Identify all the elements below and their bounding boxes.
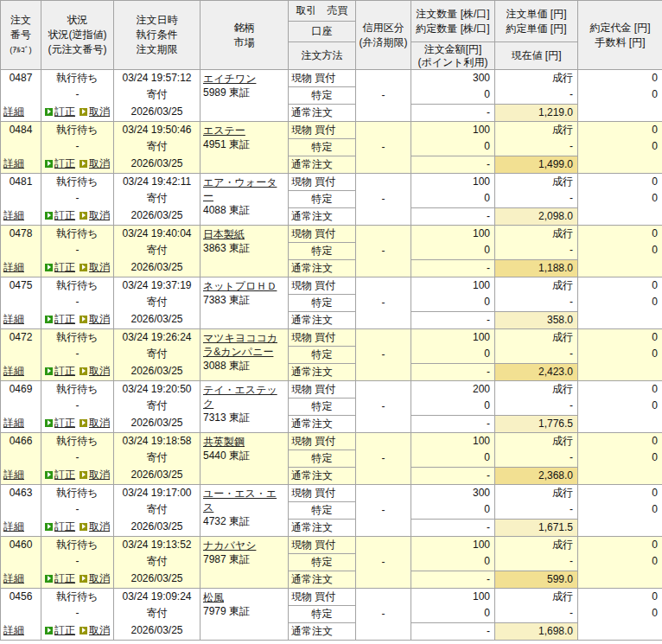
cancel-link[interactable]: 取消	[80, 467, 110, 483]
cancel-icon[interactable]	[80, 367, 87, 375]
cancel-icon[interactable]	[80, 212, 87, 220]
header-trade: 取引 売買	[288, 0, 355, 21]
quantity-cell: 300 0	[411, 69, 494, 104]
header-price: 注文単価 [円] 約定単価 [円]	[494, 0, 577, 41]
cancel-link[interactable]: 取消	[80, 415, 110, 431]
modify-link[interactable]: 訂正	[45, 104, 75, 120]
orders-body: 0487 詳細 執行待ち - 訂正 取消 03/24 19:57:12 寄付 2…	[0, 69, 662, 640]
cancel-icon[interactable]	[80, 575, 87, 583]
cancel-icon[interactable]	[80, 160, 87, 168]
exec-quantity: 0	[411, 450, 494, 466]
status-text: 執行待ち	[41, 433, 113, 450]
cancel-icon[interactable]	[80, 471, 87, 479]
modify-icon[interactable]	[45, 316, 53, 323]
detail-link[interactable]: 詳細	[3, 467, 24, 483]
stock-link[interactable]: エア・ウォーター	[203, 176, 277, 202]
modify-link[interactable]: 訂正	[45, 259, 75, 276]
exec-condition: 寄付	[114, 501, 200, 518]
modify-link[interactable]: 訂正	[45, 571, 75, 587]
modify-link[interactable]: 訂正	[45, 207, 75, 224]
modify-icon[interactable]	[45, 264, 53, 271]
detail-link[interactable]: 詳細	[3, 311, 24, 328]
status-text: 執行待ち	[41, 485, 113, 501]
stock-link[interactable]: エイチワン	[203, 73, 256, 85]
total-cell: 0 0	[577, 380, 662, 432]
stock-link[interactable]: ネットプロＨＤ	[203, 280, 277, 292]
status-cell: 執行待ち - 訂正 取消	[41, 121, 113, 173]
trade-cell: 現物 買付	[288, 121, 355, 138]
detail-link[interactable]: 詳細	[3, 571, 24, 587]
detail-link[interactable]: 詳細	[3, 259, 24, 276]
order-amount-cell: -	[411, 259, 494, 277]
stock-link[interactable]: ユー・エス・エス	[203, 488, 277, 513]
order-amount-cell: -	[411, 467, 494, 484]
modify-icon[interactable]	[45, 575, 53, 583]
order-deadline: 2026/03/25	[114, 156, 200, 172]
order-deadline: 2026/03/25	[114, 622, 200, 639]
trade-cell: 現物 買付	[288, 432, 355, 450]
margin-cell: -	[355, 173, 411, 225]
detail-link[interactable]: 詳細	[3, 415, 24, 431]
order-datetime: 03/24 19:42:11	[114, 174, 200, 190]
status-cell: 執行待ち - 訂正 取消	[41, 432, 113, 484]
stock-link[interactable]: マツキヨココカラ&カンパニー	[203, 332, 277, 358]
cancel-link[interactable]: 取消	[80, 363, 110, 379]
total-cell: 0 0	[577, 432, 662, 484]
modify-icon[interactable]	[45, 212, 53, 220]
current-price-cell: 1,698.0	[494, 622, 577, 640]
cancel-link[interactable]: 取消	[80, 519, 110, 535]
stock-link[interactable]: 日本製紙	[203, 228, 245, 240]
cancel-icon[interactable]	[80, 316, 87, 323]
order-quantity: 200	[411, 381, 494, 398]
order-datetime: 03/24 19:37:19	[114, 277, 200, 294]
stock-link[interactable]: エステー	[203, 124, 245, 137]
modify-icon[interactable]	[45, 419, 53, 427]
exec-total: 0	[578, 277, 662, 294]
modify-icon[interactable]	[45, 523, 53, 531]
cancel-link[interactable]: 取消	[80, 104, 110, 120]
modify-link[interactable]: 訂正	[45, 519, 75, 535]
cancel-link[interactable]: 取消	[80, 207, 110, 224]
detail-link[interactable]: 詳細	[3, 363, 24, 379]
modify-link[interactable]: 訂正	[45, 467, 75, 483]
method-cell: 通常注文	[288, 467, 355, 484]
cancel-link[interactable]: 取消	[80, 259, 110, 276]
modify-icon[interactable]	[45, 471, 53, 479]
detail-link[interactable]: 詳細	[3, 207, 24, 224]
order-number-cell: 0478 詳細	[0, 225, 41, 277]
modify-icon[interactable]	[45, 627, 53, 634]
stock-code: 7987 東証	[203, 552, 277, 566]
modify-label: 訂正	[54, 622, 75, 639]
detail-link[interactable]: 詳細	[3, 622, 24, 639]
cancel-icon[interactable]	[80, 108, 87, 116]
modify-link[interactable]: 訂正	[45, 311, 75, 328]
modify-link[interactable]: 訂正	[45, 622, 75, 639]
modify-icon[interactable]	[45, 160, 53, 168]
stock-link[interactable]: テイ・エステック	[203, 384, 277, 410]
cancel-icon[interactable]	[80, 419, 87, 427]
stock-code: 5440 東証	[203, 449, 277, 462]
cancel-link[interactable]: 取消	[80, 311, 110, 328]
modify-link[interactable]: 訂正	[45, 363, 75, 379]
stock-link[interactable]: ナカバヤシ	[203, 539, 256, 552]
cancel-icon[interactable]	[80, 264, 87, 271]
modify-link[interactable]: 訂正	[45, 156, 75, 172]
exec-quantity: 0	[411, 86, 494, 103]
detail-link[interactable]: 詳細	[3, 104, 24, 120]
cancel-link[interactable]: 取消	[80, 156, 110, 172]
method-cell: 通常注文	[288, 622, 355, 640]
cancel-icon[interactable]	[80, 627, 87, 634]
status-stop-value: -	[41, 190, 113, 207]
modify-icon[interactable]	[45, 108, 53, 116]
detail-link[interactable]: 詳細	[3, 156, 24, 172]
stock-link[interactable]: 共英製鋼	[203, 436, 245, 448]
exec-total: 0	[578, 433, 662, 450]
modify-icon[interactable]	[45, 367, 53, 375]
cancel-link[interactable]: 取消	[80, 622, 110, 639]
order-datetime: 03/24 19:20:50	[114, 381, 200, 398]
cancel-link[interactable]: 取消	[80, 571, 110, 587]
modify-link[interactable]: 訂正	[45, 415, 75, 431]
cancel-icon[interactable]	[80, 523, 87, 531]
stock-link[interactable]: 松風	[203, 591, 224, 603]
detail-link[interactable]: 詳細	[3, 519, 24, 535]
